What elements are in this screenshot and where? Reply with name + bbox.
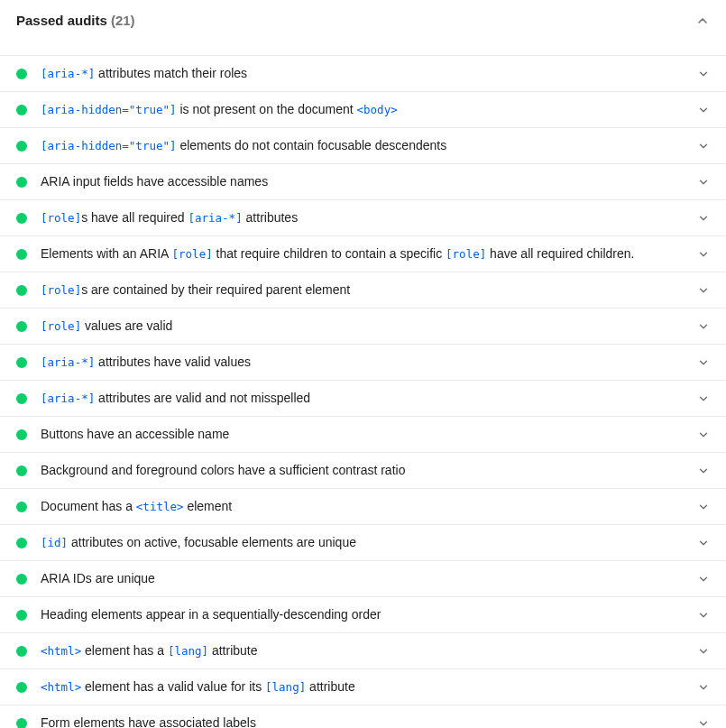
pass-dot-icon <box>16 393 27 404</box>
code-token: <html> <box>41 680 81 694</box>
audit-row[interactable]: Form elements have associated labels <box>0 705 726 728</box>
chevron-down-icon <box>697 284 710 297</box>
code-token: [role] <box>41 319 81 333</box>
pass-dot-icon <box>16 429 27 440</box>
audit-row[interactable]: Background and foreground colors have a … <box>0 453 726 489</box>
chevron-down-icon <box>697 429 710 441</box>
audit-title: <html> element has a valid value for its… <box>41 677 686 696</box>
audit-row[interactable]: [aria-*] attributes match their roles <box>0 55 726 92</box>
pass-dot-icon <box>16 465 27 476</box>
audit-row[interactable]: ARIA input fields have accessible names <box>0 164 726 200</box>
code-token: [aria-*] <box>188 211 242 225</box>
audit-title: [role]s have all required [aria-*] attri… <box>41 208 686 227</box>
pass-dot-icon <box>16 574 27 585</box>
code-token: [lang] <box>265 680 306 694</box>
section-count: (21) <box>111 13 135 28</box>
audit-title: [aria-hidden="true"] is not present on t… <box>41 100 686 119</box>
code-token: [id] <box>41 536 68 549</box>
chevron-down-icon <box>697 537 710 549</box>
section-title: Passed audits <box>16 13 107 28</box>
code-token: [role] <box>41 211 81 225</box>
audit-title: <html> element has a [lang] attribute <box>41 641 686 660</box>
audit-title: Background and foreground colors have a … <box>41 461 686 480</box>
chevron-down-icon <box>697 465 710 477</box>
chevron-down-icon <box>697 609 710 622</box>
audit-title: [role]s are contained by their required … <box>41 281 686 299</box>
pass-dot-icon <box>16 285 27 296</box>
audit-title: Heading elements appear in a sequentiall… <box>41 605 686 624</box>
code-token: [aria-*] <box>41 355 95 369</box>
audit-title: [aria-*] attributes match their roles <box>41 64 686 83</box>
audit-title: [aria-*] attributes have valid values <box>41 353 686 372</box>
audit-row[interactable]: <html> element has a valid value for its… <box>0 669 726 705</box>
audit-title: [id] attributes on active, focusable ele… <box>41 533 686 552</box>
audit-row[interactable]: <html> element has a [lang] attribute <box>0 633 726 669</box>
audit-title: [role] values are valid <box>41 317 686 336</box>
chevron-down-icon <box>697 717 710 729</box>
pass-dot-icon <box>16 610 27 621</box>
chevron-down-icon <box>697 104 710 116</box>
chevron-down-icon <box>697 320 710 333</box>
audit-title: [aria-hidden="true"] elements do not con… <box>41 136 686 155</box>
audit-title: Elements with an ARIA [role] that requir… <box>41 244 686 263</box>
pass-dot-icon <box>16 646 27 657</box>
audit-row[interactable]: ARIA IDs are unique <box>0 561 726 597</box>
code-token: [role] <box>172 247 213 261</box>
code-token: [role] <box>446 247 486 261</box>
chevron-down-icon <box>697 501 710 513</box>
audit-row[interactable]: [role]s are contained by their required … <box>0 272 726 309</box>
code-token: [aria-hidden="true"] <box>41 139 177 152</box>
audit-title: Form elements have associated labels <box>41 714 686 728</box>
code-token: [lang] <box>168 644 208 658</box>
audit-row[interactable]: [aria-hidden="true"] is not present on t… <box>0 92 726 128</box>
pass-dot-icon <box>16 213 27 224</box>
passed-audits-header[interactable]: Passed audits (21) <box>0 0 726 41</box>
code-token: <title> <box>136 500 184 513</box>
audit-title: ARIA IDs are unique <box>41 569 686 588</box>
audit-row[interactable]: Buttons have an accessible name <box>0 417 726 453</box>
audit-row[interactable]: [aria-hidden="true"] elements do not con… <box>0 128 726 164</box>
pass-dot-icon <box>16 718 27 729</box>
audit-title: Buttons have an accessible name <box>41 425 686 444</box>
pass-dot-icon <box>16 502 27 512</box>
chevron-down-icon <box>697 176 710 189</box>
chevron-down-icon <box>697 573 710 585</box>
chevron-down-icon <box>697 645 710 658</box>
audit-row[interactable]: [aria-*] attributes are valid and not mi… <box>0 381 726 417</box>
pass-dot-icon <box>16 249 27 260</box>
audit-title: Document has a <title> element <box>41 497 686 516</box>
audit-row[interactable]: [aria-*] attributes have valid values <box>0 345 726 381</box>
audit-row[interactable]: Elements with an ARIA [role] that requir… <box>0 236 726 272</box>
code-token: <html> <box>41 644 81 658</box>
pass-dot-icon <box>16 69 27 79</box>
chevron-down-icon <box>697 248 710 261</box>
chevron-down-icon <box>697 356 710 369</box>
code-token: [aria-hidden="true"] <box>41 103 177 116</box>
code-token: [role] <box>41 283 81 297</box>
pass-dot-icon <box>16 682 27 693</box>
audit-title: [aria-*] attributes are valid and not mi… <box>41 389 686 408</box>
pass-dot-icon <box>16 141 27 152</box>
chevron-up-icon <box>695 14 710 28</box>
audit-row[interactable]: Document has a <title> element <box>0 489 726 525</box>
audit-row[interactable]: [id] attributes on active, focusable ele… <box>0 525 726 561</box>
chevron-down-icon <box>697 392 710 405</box>
code-token: [aria-*] <box>41 67 95 80</box>
pass-dot-icon <box>16 357 27 368</box>
chevron-down-icon <box>697 140 710 152</box>
audit-list: [aria-*] attributes match their roles[ar… <box>0 55 726 728</box>
audit-row[interactable]: Heading elements appear in a sequentiall… <box>0 597 726 633</box>
chevron-down-icon <box>697 68 710 80</box>
audit-row[interactable]: [role] values are valid <box>0 309 726 345</box>
chevron-down-icon <box>697 212 710 225</box>
chevron-down-icon <box>697 681 710 694</box>
code-token: <body> <box>357 103 398 116</box>
audit-title: ARIA input fields have accessible names <box>41 172 686 191</box>
pass-dot-icon <box>16 177 27 188</box>
code-token: [aria-*] <box>41 392 95 405</box>
pass-dot-icon <box>16 105 27 115</box>
pass-dot-icon <box>16 321 27 332</box>
audit-row[interactable]: [role]s have all required [aria-*] attri… <box>0 200 726 236</box>
pass-dot-icon <box>16 538 27 548</box>
